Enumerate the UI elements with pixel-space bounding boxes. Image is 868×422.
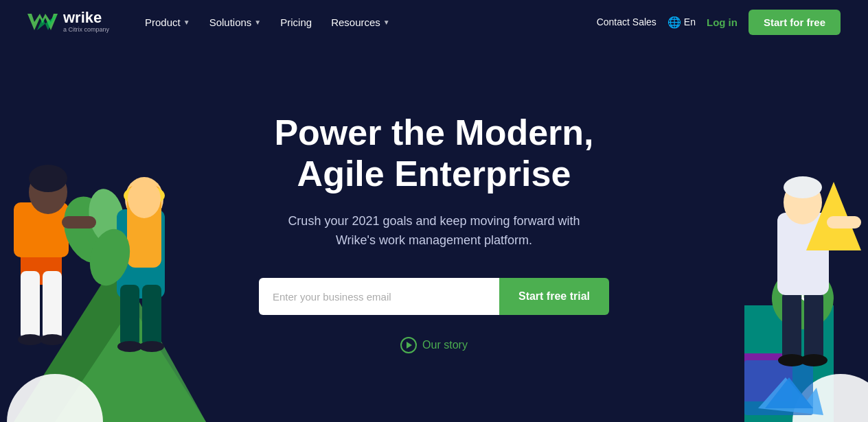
svg-point-15 (40, 334, 65, 345)
language-selector[interactable]: 🌐 En (667, 16, 696, 29)
login-button[interactable]: Log in (707, 16, 738, 28)
svg-point-14 (18, 334, 43, 345)
nav-links: Product ▼ Solutions ▼ Pricing Resources … (137, 11, 597, 34)
start-free-button[interactable]: Start for free (749, 10, 841, 35)
email-input[interactable] (259, 278, 499, 315)
nav-resources[interactable]: Resources ▼ (323, 11, 398, 34)
play-icon (400, 337, 417, 353)
svg-point-23 (117, 341, 142, 352)
nav-pricing[interactable]: Pricing (272, 11, 320, 34)
svg-rect-35 (782, 292, 801, 360)
svg-rect-36 (804, 292, 823, 360)
contact-sales-link[interactable]: Contact Sales (597, 16, 656, 27)
svg-rect-11 (62, 216, 96, 228)
chevron-down-icon: ▼ (254, 19, 261, 26)
svg-rect-13 (43, 271, 62, 340)
nav-product[interactable]: Product ▼ (137, 11, 198, 34)
play-triangle (407, 342, 412, 349)
hero-subtitle: Crush your 2021 goals and keep moving fo… (259, 211, 609, 251)
svg-rect-22 (142, 285, 161, 347)
svg-point-38 (800, 354, 827, 366)
cta-form: Start free trial (259, 278, 609, 315)
hero-title: Power the Modern, Agile Enterprise (259, 113, 609, 195)
navbar: wrike a Citrix company Product ▼ Solutio… (0, 0, 868, 44)
left-illustration (0, 65, 206, 422)
hero-section: Power the Modern, Agile Enterprise Crush… (0, 44, 868, 422)
svg-point-20 (128, 180, 161, 218)
svg-rect-12 (21, 271, 40, 340)
nav-solutions[interactable]: Solutions ▼ (201, 11, 270, 34)
svg-rect-43 (827, 216, 861, 228)
svg-rect-21 (120, 285, 139, 347)
svg-point-8 (29, 165, 67, 192)
logo[interactable]: wrike a Citrix company (27, 8, 109, 36)
right-illustration (676, 65, 868, 422)
our-story-label: Our story (422, 339, 468, 351)
our-story-link[interactable]: Our story (259, 337, 609, 353)
globe-icon: 🌐 (667, 16, 681, 29)
chevron-down-icon: ▼ (383, 19, 390, 26)
hero-content: Power the Modern, Agile Enterprise Crush… (259, 113, 609, 353)
chevron-down-icon: ▼ (183, 19, 190, 26)
svg-point-24 (139, 341, 164, 352)
nav-right: Contact Sales 🌐 En Log in Start for free (597, 10, 841, 35)
start-trial-button[interactable]: Start free trial (499, 278, 609, 315)
svg-point-41 (784, 176, 822, 198)
logo-brand: wrike (63, 10, 109, 25)
logo-subtitle: a Citrix company (63, 25, 109, 34)
